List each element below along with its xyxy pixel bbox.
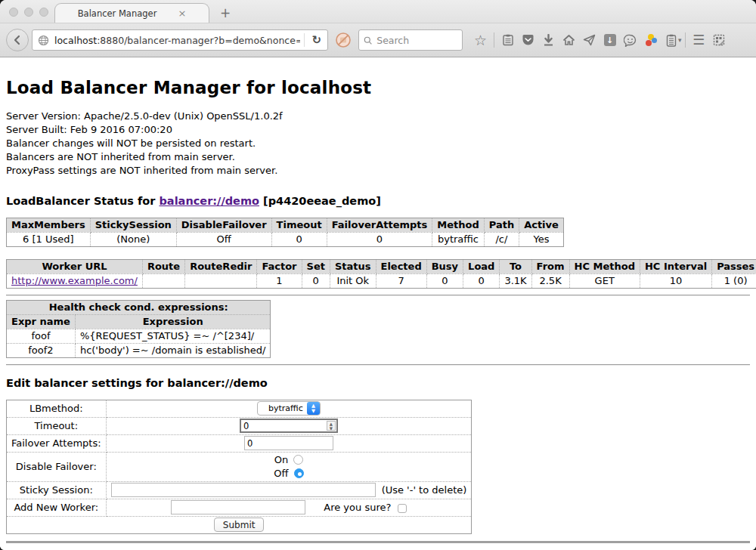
lbmethod-label: LBmethod: [7, 400, 107, 417]
sticky-session-input[interactable] [111, 483, 376, 497]
screenshot-extension-button[interactable] [709, 30, 730, 51]
extension-colors-button[interactable] [640, 30, 661, 51]
reading-list-button[interactable] [497, 30, 518, 51]
color-dots-icon [644, 33, 658, 47]
header-cell: Active [519, 218, 564, 232]
header-cell: Path [484, 218, 519, 232]
pocket-button[interactable] [518, 30, 538, 51]
timeout-label: Timeout: [7, 417, 107, 434]
are-you-sure-checkbox[interactable] [398, 504, 407, 513]
new-tab-button[interactable]: + [220, 5, 231, 20]
lbmethod-select[interactable]: bytraffic ▲▼ [257, 401, 321, 416]
send-tab-button[interactable] [579, 30, 600, 51]
submit-button[interactable]: Submit [214, 518, 265, 532]
edit-balancer-heading: Edit balancer settings for balancer://de… [6, 377, 750, 389]
submit-cell: Submit [7, 516, 472, 533]
table-header-row: MaxMembersStickySessionDisableFailoverTi… [7, 218, 564, 232]
cell: 1 (0) [712, 273, 756, 288]
cell: 2.5K [531, 273, 569, 288]
header-cell: MaxMembers [7, 218, 91, 232]
radio-off[interactable] [294, 468, 304, 478]
search-input[interactable] [376, 35, 457, 46]
health-table-title: Health check cond. expressions: [7, 300, 271, 314]
divider [304, 33, 305, 47]
worker-url-link[interactable]: http://www.example.com/ [11, 275, 138, 286]
are-you-sure-group: Are you sure? [324, 502, 406, 513]
cell: 6 [1 Used] [7, 232, 91, 246]
status-heading-suffix: [p4420eeae_demo] [259, 195, 381, 207]
search-icon [364, 36, 372, 45]
zoom-window-button[interactable] [39, 8, 48, 17]
home-button[interactable] [559, 30, 579, 51]
failover-attempts-input[interactable] [244, 436, 333, 450]
minimize-window-button[interactable] [24, 8, 33, 17]
table-row: foof %{REQUEST_STATUS} =~ /^[234]/ [7, 329, 271, 343]
radio-on-label: On [274, 454, 288, 465]
info-line: Balancers are NOT inherited from main se… [6, 151, 750, 163]
cell: Off [176, 232, 271, 246]
close-tab-icon[interactable]: × [178, 8, 186, 18]
cell: GET [569, 273, 640, 288]
toolbar-icons: ☆ ↓ [470, 30, 730, 51]
header-cell: Expr name [7, 314, 76, 329]
download-manager-button[interactable]: ↓ [600, 30, 620, 51]
disable-failover-cell: On Off [106, 452, 472, 481]
divider [685, 32, 686, 48]
cell: Yes [519, 232, 564, 246]
close-window-button[interactable] [9, 8, 18, 17]
clipboard2-icon [666, 34, 677, 47]
expression-cell: %{REQUEST_STATUS} =~ /^[234]/ [75, 329, 271, 343]
bottom-divider [6, 541, 750, 543]
search-bar[interactable] [358, 29, 463, 51]
radio-off-label: Off [274, 468, 288, 479]
cell: 0 [271, 232, 327, 246]
header-cell: DisableFailover [176, 218, 271, 232]
sticky-session-hint: (Use '-' to delete) [382, 484, 467, 496]
cell: 1 [257, 273, 302, 288]
divider [6, 364, 750, 366]
cell: 0 [327, 232, 432, 246]
add-worker-label: Add New Worker: [7, 499, 107, 516]
paper-plane-icon [583, 34, 596, 46]
loadbalancer-status-heading: LoadBalancer Status for balancer://demo … [6, 195, 750, 207]
balancer-settings-form: LBmethod: bytraffic ▲▼ Timeout: ▲▼ [6, 400, 472, 534]
worker-status-table: Worker URLRouteRouteRedirFactorSetStatus… [6, 259, 756, 289]
globe-icon [38, 35, 49, 46]
hamburger-icon: ☰ [692, 33, 705, 47]
menu-button[interactable]: ☰ [689, 30, 709, 51]
timeout-input[interactable] [240, 419, 338, 433]
sticky-session-label: Sticky Session: [7, 481, 107, 499]
table-row: 6 [1 Used](None)Off00bytraffic/c/Yes [7, 232, 564, 246]
header-cell: Route [142, 259, 184, 273]
tab-bar: Balancer Manager × + [0, 0, 756, 23]
page-content: Load Balancer Manager for localhost Serv… [0, 57, 756, 550]
content-blocker-button[interactable] [335, 32, 352, 48]
header-cell: Expression [75, 314, 271, 329]
cell: 7 [376, 273, 426, 288]
tab-balancer-manager[interactable]: Balancer Manager × [54, 3, 209, 23]
timeout-input-wrap: ▲▼ [240, 419, 338, 433]
are-you-sure-label: Are you sure? [324, 502, 391, 513]
worker-url-cell: http://www.example.com/ [7, 273, 143, 288]
add-worker-input[interactable] [171, 500, 305, 514]
pocket-icon [522, 34, 534, 47]
downloads-button[interactable] [538, 30, 559, 51]
smiley-bubble-icon [624, 34, 637, 47]
form-row-disable-failover: Disable Failover: On Off [7, 452, 472, 481]
radio-on[interactable] [293, 455, 303, 465]
reload-button[interactable]: ↻ [308, 33, 324, 47]
dropdown-caret-icon[interactable]: ▾ [678, 36, 682, 44]
feedback-button[interactable] [620, 30, 640, 51]
back-arrow-icon [12, 35, 23, 45]
url-bar[interactable]: localhost:8880/balancer-manager?b=demo&n… [32, 29, 328, 51]
header-cell: Busy [426, 259, 463, 273]
balancer-status-table: MaxMembersStickySessionDisableFailoverTi… [6, 218, 564, 247]
timeout-cell: ▲▼ [106, 417, 472, 434]
form-row-timeout: Timeout: ▲▼ [7, 417, 472, 434]
header-cell: Worker URL [7, 259, 143, 273]
back-button[interactable] [6, 29, 29, 51]
balancer-demo-link[interactable]: balancer://demo [159, 195, 259, 207]
bookmark-star-button[interactable]: ☆ [470, 30, 491, 51]
failover-attempts-label: Failover Attempts: [7, 434, 107, 452]
header-cell: From [531, 259, 569, 273]
